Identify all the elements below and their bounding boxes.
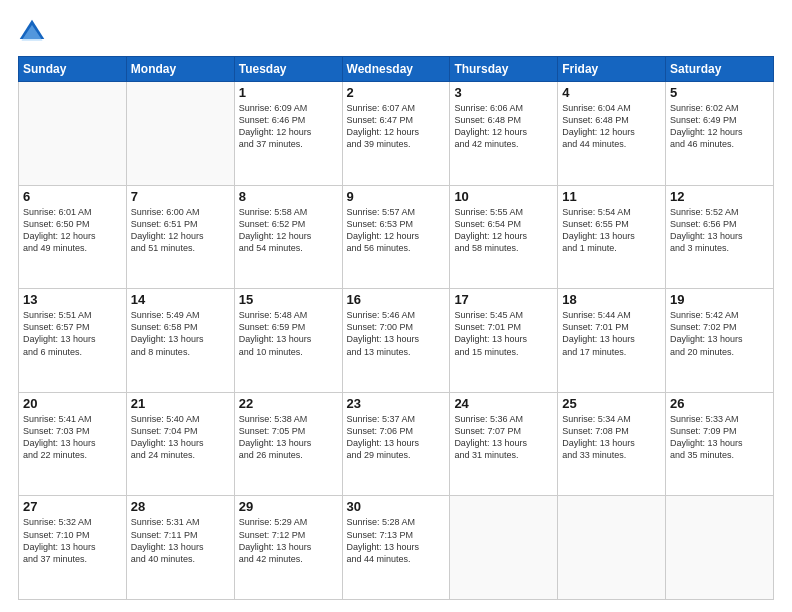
calendar-cell: 1Sunrise: 6:09 AM Sunset: 6:46 PM Daylig… (234, 82, 342, 186)
calendar-cell: 25Sunrise: 5:34 AM Sunset: 7:08 PM Dayli… (558, 392, 666, 496)
calendar-cell: 24Sunrise: 5:36 AM Sunset: 7:07 PM Dayli… (450, 392, 558, 496)
calendar-cell: 28Sunrise: 5:31 AM Sunset: 7:11 PM Dayli… (126, 496, 234, 600)
calendar-cell: 4Sunrise: 6:04 AM Sunset: 6:48 PM Daylig… (558, 82, 666, 186)
calendar-cell: 20Sunrise: 5:41 AM Sunset: 7:03 PM Dayli… (19, 392, 127, 496)
calendar-cell: 29Sunrise: 5:29 AM Sunset: 7:12 PM Dayli… (234, 496, 342, 600)
calendar-cell: 12Sunrise: 5:52 AM Sunset: 6:56 PM Dayli… (666, 185, 774, 289)
calendar-week-4: 20Sunrise: 5:41 AM Sunset: 7:03 PM Dayli… (19, 392, 774, 496)
day-info: Sunrise: 5:38 AM Sunset: 7:05 PM Dayligh… (239, 413, 338, 462)
day-number: 2 (347, 85, 446, 100)
weekday-header-sunday: Sunday (19, 57, 127, 82)
day-number: 28 (131, 499, 230, 514)
page: SundayMondayTuesdayWednesdayThursdayFrid… (0, 0, 792, 612)
day-info: Sunrise: 5:52 AM Sunset: 6:56 PM Dayligh… (670, 206, 769, 255)
day-info: Sunrise: 5:36 AM Sunset: 7:07 PM Dayligh… (454, 413, 553, 462)
day-info: Sunrise: 5:37 AM Sunset: 7:06 PM Dayligh… (347, 413, 446, 462)
day-number: 1 (239, 85, 338, 100)
calendar-cell (450, 496, 558, 600)
day-number: 10 (454, 189, 553, 204)
day-info: Sunrise: 5:44 AM Sunset: 7:01 PM Dayligh… (562, 309, 661, 358)
day-info: Sunrise: 5:58 AM Sunset: 6:52 PM Dayligh… (239, 206, 338, 255)
day-number: 24 (454, 396, 553, 411)
day-info: Sunrise: 5:49 AM Sunset: 6:58 PM Dayligh… (131, 309, 230, 358)
calendar-cell (19, 82, 127, 186)
calendar-cell (126, 82, 234, 186)
day-number: 27 (23, 499, 122, 514)
weekday-header-saturday: Saturday (666, 57, 774, 82)
day-info: Sunrise: 5:45 AM Sunset: 7:01 PM Dayligh… (454, 309, 553, 358)
day-number: 7 (131, 189, 230, 204)
calendar-cell: 26Sunrise: 5:33 AM Sunset: 7:09 PM Dayli… (666, 392, 774, 496)
day-info: Sunrise: 6:04 AM Sunset: 6:48 PM Dayligh… (562, 102, 661, 151)
calendar-cell: 14Sunrise: 5:49 AM Sunset: 6:58 PM Dayli… (126, 289, 234, 393)
calendar-cell: 5Sunrise: 6:02 AM Sunset: 6:49 PM Daylig… (666, 82, 774, 186)
day-number: 12 (670, 189, 769, 204)
day-number: 16 (347, 292, 446, 307)
calendar-cell: 17Sunrise: 5:45 AM Sunset: 7:01 PM Dayli… (450, 289, 558, 393)
logo (18, 18, 50, 46)
day-number: 20 (23, 396, 122, 411)
calendar-cell: 19Sunrise: 5:42 AM Sunset: 7:02 PM Dayli… (666, 289, 774, 393)
weekday-header-monday: Monday (126, 57, 234, 82)
day-number: 22 (239, 396, 338, 411)
day-info: Sunrise: 6:01 AM Sunset: 6:50 PM Dayligh… (23, 206, 122, 255)
calendar-cell: 3Sunrise: 6:06 AM Sunset: 6:48 PM Daylig… (450, 82, 558, 186)
day-info: Sunrise: 6:06 AM Sunset: 6:48 PM Dayligh… (454, 102, 553, 151)
day-info: Sunrise: 6:07 AM Sunset: 6:47 PM Dayligh… (347, 102, 446, 151)
day-info: Sunrise: 6:00 AM Sunset: 6:51 PM Dayligh… (131, 206, 230, 255)
weekday-header-thursday: Thursday (450, 57, 558, 82)
day-number: 11 (562, 189, 661, 204)
day-info: Sunrise: 5:55 AM Sunset: 6:54 PM Dayligh… (454, 206, 553, 255)
day-info: Sunrise: 5:48 AM Sunset: 6:59 PM Dayligh… (239, 309, 338, 358)
weekday-header-wednesday: Wednesday (342, 57, 450, 82)
day-info: Sunrise: 5:34 AM Sunset: 7:08 PM Dayligh… (562, 413, 661, 462)
calendar-cell: 16Sunrise: 5:46 AM Sunset: 7:00 PM Dayli… (342, 289, 450, 393)
day-number: 6 (23, 189, 122, 204)
weekday-header-row: SundayMondayTuesdayWednesdayThursdayFrid… (19, 57, 774, 82)
day-number: 4 (562, 85, 661, 100)
day-number: 19 (670, 292, 769, 307)
calendar-cell: 11Sunrise: 5:54 AM Sunset: 6:55 PM Dayli… (558, 185, 666, 289)
day-number: 23 (347, 396, 446, 411)
day-number: 21 (131, 396, 230, 411)
header (18, 18, 774, 46)
logo-icon (18, 18, 46, 46)
day-info: Sunrise: 5:32 AM Sunset: 7:10 PM Dayligh… (23, 516, 122, 565)
day-info: Sunrise: 5:54 AM Sunset: 6:55 PM Dayligh… (562, 206, 661, 255)
calendar-week-5: 27Sunrise: 5:32 AM Sunset: 7:10 PM Dayli… (19, 496, 774, 600)
day-info: Sunrise: 5:42 AM Sunset: 7:02 PM Dayligh… (670, 309, 769, 358)
calendar-cell: 23Sunrise: 5:37 AM Sunset: 7:06 PM Dayli… (342, 392, 450, 496)
day-info: Sunrise: 6:02 AM Sunset: 6:49 PM Dayligh… (670, 102, 769, 151)
calendar-cell: 8Sunrise: 5:58 AM Sunset: 6:52 PM Daylig… (234, 185, 342, 289)
calendar-cell: 7Sunrise: 6:00 AM Sunset: 6:51 PM Daylig… (126, 185, 234, 289)
day-number: 29 (239, 499, 338, 514)
day-number: 26 (670, 396, 769, 411)
day-info: Sunrise: 6:09 AM Sunset: 6:46 PM Dayligh… (239, 102, 338, 151)
day-info: Sunrise: 5:40 AM Sunset: 7:04 PM Dayligh… (131, 413, 230, 462)
day-number: 3 (454, 85, 553, 100)
weekday-header-friday: Friday (558, 57, 666, 82)
day-number: 13 (23, 292, 122, 307)
day-info: Sunrise: 5:29 AM Sunset: 7:12 PM Dayligh… (239, 516, 338, 565)
day-number: 9 (347, 189, 446, 204)
day-info: Sunrise: 5:51 AM Sunset: 6:57 PM Dayligh… (23, 309, 122, 358)
calendar-cell: 9Sunrise: 5:57 AM Sunset: 6:53 PM Daylig… (342, 185, 450, 289)
day-number: 8 (239, 189, 338, 204)
calendar-cell: 30Sunrise: 5:28 AM Sunset: 7:13 PM Dayli… (342, 496, 450, 600)
calendar-cell: 15Sunrise: 5:48 AM Sunset: 6:59 PM Dayli… (234, 289, 342, 393)
calendar-cell: 22Sunrise: 5:38 AM Sunset: 7:05 PM Dayli… (234, 392, 342, 496)
day-info: Sunrise: 5:57 AM Sunset: 6:53 PM Dayligh… (347, 206, 446, 255)
day-number: 15 (239, 292, 338, 307)
day-info: Sunrise: 5:31 AM Sunset: 7:11 PM Dayligh… (131, 516, 230, 565)
day-number: 18 (562, 292, 661, 307)
day-number: 25 (562, 396, 661, 411)
calendar-table: SundayMondayTuesdayWednesdayThursdayFrid… (18, 56, 774, 600)
day-info: Sunrise: 5:46 AM Sunset: 7:00 PM Dayligh… (347, 309, 446, 358)
day-info: Sunrise: 5:33 AM Sunset: 7:09 PM Dayligh… (670, 413, 769, 462)
calendar-cell: 2Sunrise: 6:07 AM Sunset: 6:47 PM Daylig… (342, 82, 450, 186)
calendar-cell: 13Sunrise: 5:51 AM Sunset: 6:57 PM Dayli… (19, 289, 127, 393)
calendar-week-1: 1Sunrise: 6:09 AM Sunset: 6:46 PM Daylig… (19, 82, 774, 186)
calendar-cell: 6Sunrise: 6:01 AM Sunset: 6:50 PM Daylig… (19, 185, 127, 289)
day-info: Sunrise: 5:28 AM Sunset: 7:13 PM Dayligh… (347, 516, 446, 565)
calendar-cell: 18Sunrise: 5:44 AM Sunset: 7:01 PM Dayli… (558, 289, 666, 393)
